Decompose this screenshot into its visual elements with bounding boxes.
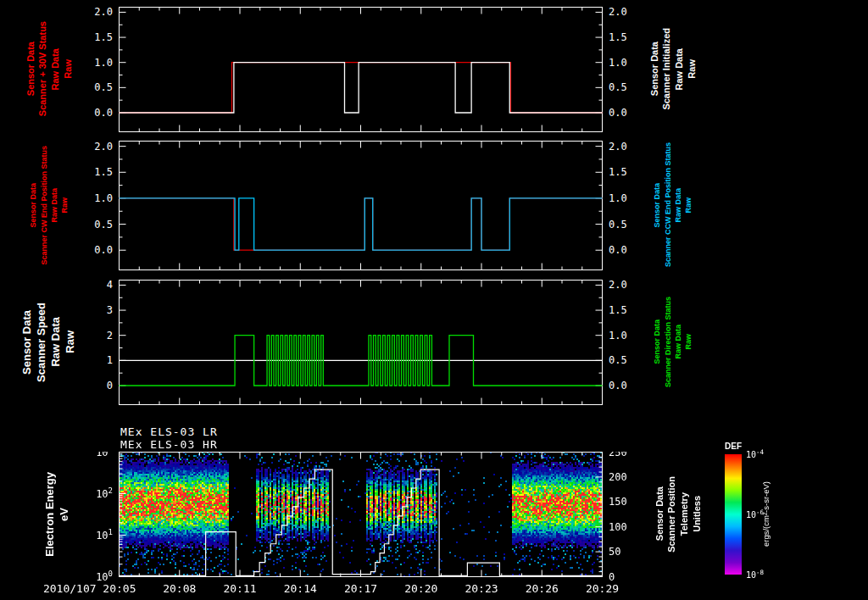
axis-label-line: Scanner + 30V Status — [37, 21, 48, 116]
y-tick-label: 0.0 — [609, 244, 627, 256]
y-tick-label: 1.0 — [94, 192, 113, 204]
y-tick-label: 0.0 — [609, 107, 627, 119]
y-tick-label: 0.0 — [609, 380, 627, 392]
y-tick-label: 0 — [107, 380, 113, 392]
scanner-ccw-end-position-status-raw-line — [120, 198, 603, 250]
axis-label-line: Sensor Data — [653, 319, 661, 364]
y-tick-label: 0.5 — [94, 81, 113, 93]
right-axis-labels: Sensor DataScanner CCW End Position Stat… — [634, 141, 712, 269]
x-tick-label: 20:08 — [163, 582, 196, 595]
end-position-status-plot: 0.00.51.01.52.00.00.51.01.52.0 — [17, 141, 653, 271]
y-tick-label: 1.0 — [609, 192, 627, 204]
axis-label-line: Raw — [687, 59, 698, 79]
axis-label-line: Raw Data — [674, 188, 682, 223]
axis-label-line: Scanner Position — [666, 476, 677, 553]
y-tick-label: 2.0 — [609, 141, 627, 153]
y-tick-label: 2 — [107, 330, 113, 342]
axis-label-line: Scanner CCW End Position Status — [664, 142, 672, 267]
y-tick-label: 3 — [107, 304, 113, 316]
x-tick-label: 20:29 — [586, 582, 619, 595]
scanner-initialized-raw-line — [120, 63, 603, 113]
panel-end-position-status: Sensor DataScanner CW End Position Statu… — [0, 141, 868, 269]
right-axis-labels: Sensor DataScanner PositionTelemetryUnit… — [639, 452, 717, 576]
y-tick-label: 100 — [96, 569, 113, 583]
y-tick-label: 1.0 — [609, 57, 627, 69]
left-axis-labels: Electron EnergyeV — [34, 452, 81, 576]
y-tick-label: 1.5 — [609, 31, 627, 43]
axis-label-line: eV — [58, 508, 71, 521]
colorbar-unit-label: ergs/(cm²-s-sr-eV) — [762, 454, 771, 575]
axis-label-line: Scanner Direction Status — [664, 297, 672, 387]
left-axis-labels: Sensor DataScanner CW End Position Statu… — [19, 141, 80, 269]
y-tick-label: 103 — [96, 452, 113, 458]
spectrogram-title-lr: MEx ELS-03 LR — [120, 425, 218, 438]
cdaweb-plot-page: Sensor DataScanner + 30V StatusRaw DataR… — [0, 0, 868, 600]
axis-label-line: Unitless — [692, 496, 703, 532]
y-tick-label: 0 — [609, 571, 615, 583]
x-axis-date-label: 2010/107 20:05 — [43, 582, 136, 595]
y-tick-label: 1.0 — [609, 330, 627, 342]
y-tick-label: 2.0 — [609, 280, 627, 291]
scanner-speed-plot: 012340.00.51.01.52.0 — [17, 280, 653, 406]
axis-label-line: Raw — [684, 197, 693, 214]
scanner-status-plot: 0.00.51.01.52.00.00.51.01.52.0 — [17, 7, 653, 133]
y-tick-label: 102 — [96, 486, 113, 500]
axis-label-line: Telemetry — [679, 492, 690, 536]
y-tick-label: 1.5 — [609, 166, 627, 178]
axis-label-line: Sensor Data — [29, 183, 37, 228]
left-axis-labels: Sensor DataScanner + 30V StatusRaw DataR… — [19, 7, 80, 131]
y-tick-label: 1.5 — [609, 304, 627, 316]
colorbar-tick-label: 10-4 — [746, 448, 764, 459]
left-axis-labels: Sensor DataScanner SpeedRaw DataRaw — [19, 280, 80, 404]
axis-label-line: Scanner Speed — [36, 303, 48, 382]
y-tick-label: 0.5 — [94, 219, 113, 231]
panel-scanner-speed: Sensor DataScanner SpeedRaw DataRaw 0123… — [0, 280, 868, 404]
x-tick-label: 20:20 — [404, 582, 437, 595]
y-tick-label: 1.5 — [94, 31, 113, 43]
plot-frame — [120, 453, 603, 577]
scanner-cw-end-position-status-raw-line — [120, 198, 603, 250]
y-tick-label: 2.0 — [94, 141, 113, 153]
colorbar-tick-label: 10-8 — [746, 569, 764, 580]
axis-label-line: Raw Data — [50, 317, 63, 367]
y-tick-label: 1.5 — [94, 166, 113, 178]
axis-label-line: Raw Data — [674, 325, 682, 359]
axis-label-line: Sensor Data — [21, 310, 34, 375]
right-axis-labels: Sensor DataScanner InitializedRaw DataRa… — [634, 7, 712, 131]
x-tick-label: 20:11 — [223, 582, 256, 595]
x-tick-label: 20:17 — [344, 582, 377, 595]
y-tick-label: 50 — [609, 546, 620, 558]
y-tick-label: 0.5 — [609, 354, 627, 366]
y-tick-label: 2.0 — [609, 7, 627, 18]
y-tick-label: 1.0 — [94, 57, 113, 69]
spectrogram-title-hr: MEx ELS-03 HR — [120, 438, 218, 451]
y-tick-label: 0.0 — [94, 244, 113, 256]
axis-label-line: Raw — [60, 197, 69, 214]
electron-spectrogram-plot: 1001011021030501001502002502010/107 20:0… — [17, 452, 653, 600]
axis-label-line: Raw — [63, 59, 74, 79]
axis-label-line: Sensor Data — [649, 42, 660, 96]
axis-label-line: Sensor Data — [654, 486, 665, 541]
axis-label-line: Electron Energy — [44, 472, 57, 557]
right-axis-labels: Sensor DataScanner Direction StatusRaw D… — [634, 280, 712, 404]
scanner-position-overlay-line — [120, 469, 603, 575]
y-tick-label: 200 — [609, 471, 627, 483]
y-tick-label: 2.0 — [94, 7, 113, 18]
axis-label-line: Raw — [64, 331, 77, 353]
y-tick-label: 101 — [96, 528, 113, 542]
x-tick-label: 20:14 — [284, 582, 317, 595]
axis-label-line: Scanner Initialized — [661, 28, 672, 110]
colorbar-gradient — [725, 454, 742, 575]
panel-scanner-status: Sensor DataScanner + 30V StatusRaw DataR… — [0, 7, 868, 131]
axis-label-line: Raw — [684, 334, 693, 350]
colorbar-title: DEF — [725, 442, 742, 451]
y-tick-label: 1 — [107, 354, 113, 366]
axis-label-line: Sensor Data — [25, 42, 36, 96]
y-tick-label: 4 — [107, 280, 113, 291]
scanner-plus-30v-status-raw-line — [120, 63, 603, 113]
axis-label-line: Raw Data — [50, 188, 58, 223]
y-tick-label: 100 — [609, 521, 627, 533]
colorbar-unit-text: ergs/(cm²-s-sr-eV) — [762, 481, 771, 547]
x-tick-label: 20:26 — [526, 582, 559, 595]
y-tick-label: 150 — [609, 496, 627, 508]
